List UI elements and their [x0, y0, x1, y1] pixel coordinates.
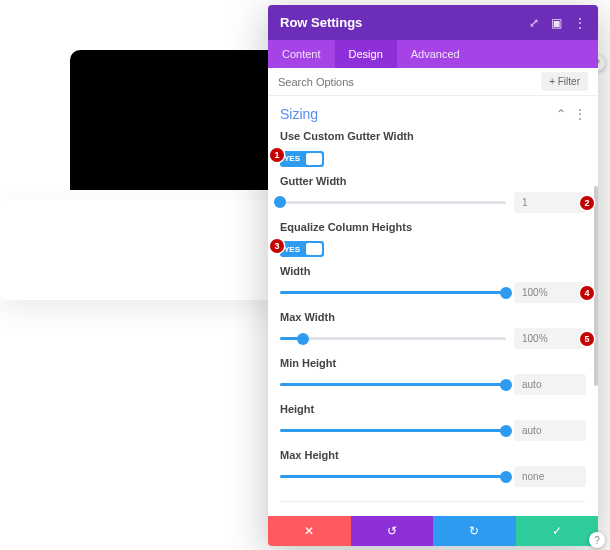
- toggle-equalize[interactable]: YES: [280, 241, 324, 257]
- annotation-marker-4: 4: [580, 286, 594, 300]
- annotation-marker-3: 3: [270, 239, 284, 253]
- panel-titlebar: Row Settings ⤢ ▣ ⋮: [268, 5, 598, 40]
- panel-footer: ✕ ↺ ↻ ✓: [268, 516, 598, 546]
- section-menu-icon[interactable]: ⋮: [574, 107, 586, 121]
- chevron-down-icon: ⌄: [575, 513, 586, 516]
- label-max-width: Max Width: [280, 311, 586, 323]
- toggle-use-custom-gutter[interactable]: YES: [280, 151, 324, 167]
- input-max-height[interactable]: [514, 466, 586, 487]
- slider-max-height[interactable]: [280, 475, 506, 478]
- input-width[interactable]: [514, 282, 586, 303]
- slider-gutter-width[interactable]: [280, 201, 506, 204]
- input-max-width[interactable]: [514, 328, 586, 349]
- input-min-height[interactable]: [514, 374, 586, 395]
- snap-icon[interactable]: ▣: [551, 16, 562, 30]
- panel-body: Sizing ⌃ ⋮ Use Custom Gutter Width 1 YES…: [268, 96, 598, 516]
- section-sizing-title: Sizing: [280, 106, 318, 122]
- annotation-marker-2: 2: [580, 196, 594, 210]
- label-max-height: Max Height: [280, 449, 586, 461]
- slider-min-height[interactable]: [280, 383, 506, 386]
- menu-icon[interactable]: ⋮: [574, 16, 586, 30]
- tab-advanced[interactable]: Advanced: [397, 40, 474, 68]
- help-bubble-bottom-icon[interactable]: ?: [589, 532, 605, 548]
- collapse-icon[interactable]: ⌃: [556, 107, 566, 121]
- cancel-button[interactable]: ✕: [268, 516, 351, 546]
- annotation-marker-5: 5: [580, 332, 594, 346]
- filter-button[interactable]: + Filter: [541, 72, 588, 91]
- slider-width[interactable]: [280, 291, 506, 294]
- scrollbar[interactable]: [594, 186, 598, 386]
- annotation-marker-1: 1: [270, 148, 284, 162]
- panel-title: Row Settings: [280, 15, 362, 30]
- row-settings-panel: Row Settings ⤢ ▣ ⋮ Content Design Advanc…: [268, 5, 598, 546]
- input-height[interactable]: [514, 420, 586, 441]
- label-width: Width: [280, 265, 586, 277]
- label-equalize: Equalize Column Heights: [280, 221, 586, 233]
- label-use-custom-gutter: Use Custom Gutter Width: [280, 130, 586, 142]
- section-spacing-title: Spacing: [280, 513, 327, 516]
- slider-height[interactable]: [280, 429, 506, 432]
- label-height: Height: [280, 403, 586, 415]
- tab-design[interactable]: Design: [335, 40, 397, 68]
- undo-button[interactable]: ↺: [351, 516, 434, 546]
- search-row: + Filter: [268, 68, 598, 96]
- label-min-height: Min Height: [280, 357, 586, 369]
- tabs: Content Design Advanced: [268, 40, 598, 68]
- save-button[interactable]: ✓: [516, 516, 599, 546]
- search-input[interactable]: [278, 76, 541, 88]
- section-sizing-header[interactable]: Sizing ⌃ ⋮: [280, 106, 586, 122]
- expand-icon[interactable]: ⤢: [529, 16, 539, 30]
- label-gutter-width: Gutter Width: [280, 175, 586, 187]
- slider-max-width[interactable]: [280, 337, 506, 340]
- redo-button[interactable]: ↻: [433, 516, 516, 546]
- input-gutter-width[interactable]: [514, 192, 586, 213]
- section-spacing-header[interactable]: Spacing ⌄: [280, 501, 586, 516]
- tab-content[interactable]: Content: [268, 40, 335, 68]
